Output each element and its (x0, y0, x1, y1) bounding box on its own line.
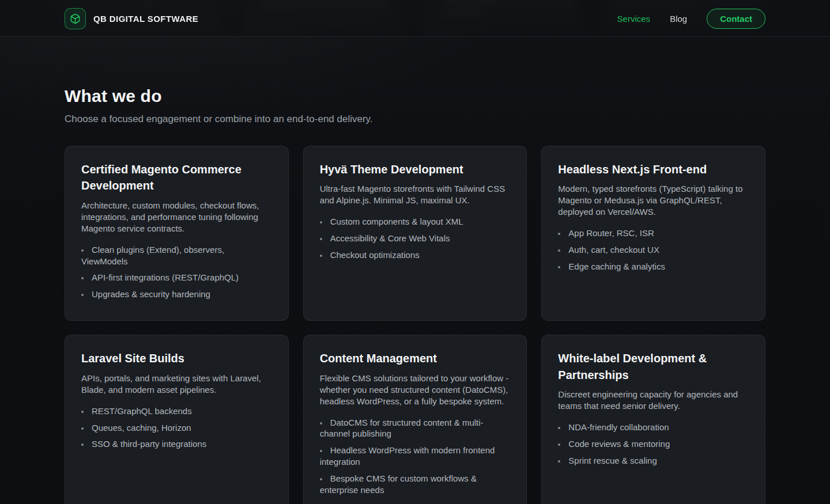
service-card-bullet: DatoCMS for structured content & multi-c… (320, 417, 511, 440)
header-inner: QB DIGITAL SOFTWARE Services Blog Contac… (65, 0, 765, 37)
service-card-bullet: Custom components & layout XML (320, 216, 511, 228)
service-card-bullet: REST/GraphQL backends (81, 406, 272, 417)
cube-box-icon (65, 8, 86, 29)
service-card: Certified Magento Commerce Development A… (65, 146, 289, 321)
service-card-bullet: Clean plugins (Extend), observers, ViewM… (81, 244, 272, 267)
service-card-bullet: Edge caching & analytics (558, 261, 749, 272)
service-card-description: Discreet engineering capacity for agenci… (558, 389, 749, 412)
service-card-title: Headless Next.js Front-end (558, 161, 749, 177)
contact-button[interactable]: Contact (707, 9, 765, 29)
service-card-bullet: Queues, caching, Horizon (81, 422, 272, 434)
service-card-title: Certified Magento Commerce Development (81, 161, 272, 194)
nav-link-services[interactable]: Services (617, 14, 651, 24)
service-card-bullets: DatoCMS for structured content & multi-c… (320, 417, 511, 497)
service-cards-grid: Certified Magento Commerce Development A… (65, 146, 765, 504)
service-card-bullets: Custom components & layout XMLAccessibil… (320, 216, 511, 261)
service-card-bullet: Code reviews & mentoring (558, 438, 749, 450)
service-card-bullet: Sprint rescue & scaling (558, 455, 749, 467)
section-subtitle: Choose a focused engagement or combine i… (65, 113, 765, 125)
service-card-bullet: Auth, cart, checkout UX (558, 244, 749, 256)
header: QB DIGITAL SOFTWARE Services Blog Contac… (0, 0, 830, 37)
service-card-description: Modern, typed storefronts (TypeScript) t… (558, 183, 749, 218)
service-card: Hyvä Theme Development Ultra-fast Magent… (303, 146, 527, 321)
service-card-bullet: App Router, RSC, ISR (558, 228, 749, 239)
service-card-bullet: Checkout optimizations (320, 249, 511, 261)
service-card-bullet: API-first integrations (REST/GraphQL) (81, 272, 272, 283)
service-card-bullets: App Router, RSC, ISRAuth, cart, checkout… (558, 228, 749, 272)
service-card: Content Management Flexible CMS solution… (303, 335, 527, 504)
service-card-bullet: SSO & third-party integrations (81, 438, 272, 450)
brand[interactable]: QB DIGITAL SOFTWARE (65, 8, 198, 29)
page-title: What we do (65, 86, 765, 106)
service-card: Headless Next.js Front-end Modern, typed… (541, 146, 765, 321)
service-card: White-label Development & Partnerships D… (541, 335, 765, 504)
nav-link-blog[interactable]: Blog (670, 14, 687, 24)
service-card: Laravel Site Builds APIs, portals, and m… (65, 335, 289, 504)
service-card-description: Architecture, custom modules, checkout f… (81, 200, 272, 234)
service-card-bullet: Headless WordPress with modern frontend … (320, 445, 511, 468)
nav: Services Blog Contact (617, 9, 765, 29)
service-card-bullets: NDA-friendly collaborationCode reviews &… (558, 422, 749, 467)
service-card-bullets: REST/GraphQL backendsQueues, caching, Ho… (81, 406, 272, 450)
service-card-description: APIs, portals, and marketing sites with … (81, 373, 272, 396)
service-card-bullet: Upgrades & security hardening (81, 289, 272, 300)
service-card-bullet: Accessibility & Core Web Vitals (320, 233, 511, 244)
service-card-title: Laravel Site Builds (81, 350, 272, 366)
brand-name: QB DIGITAL SOFTWARE (93, 14, 198, 24)
service-card-title: Hyvä Theme Development (320, 161, 511, 177)
service-card-title: Content Management (320, 350, 511, 366)
services-section: What we do Choose a focused engagement o… (65, 0, 765, 504)
service-card-description: Flexible CMS solutions tailored to your … (320, 373, 511, 407)
service-card-bullet: Bespoke CMS for custom workflows & enter… (320, 473, 511, 496)
service-card-description: Ultra-fast Magento storefronts with Tail… (320, 183, 511, 206)
service-card-title: White-label Development & Partnerships (558, 350, 749, 383)
service-card-bullet: NDA-friendly collaboration (558, 422, 749, 433)
service-card-bullets: Clean plugins (Extend), observers, ViewM… (81, 244, 272, 301)
